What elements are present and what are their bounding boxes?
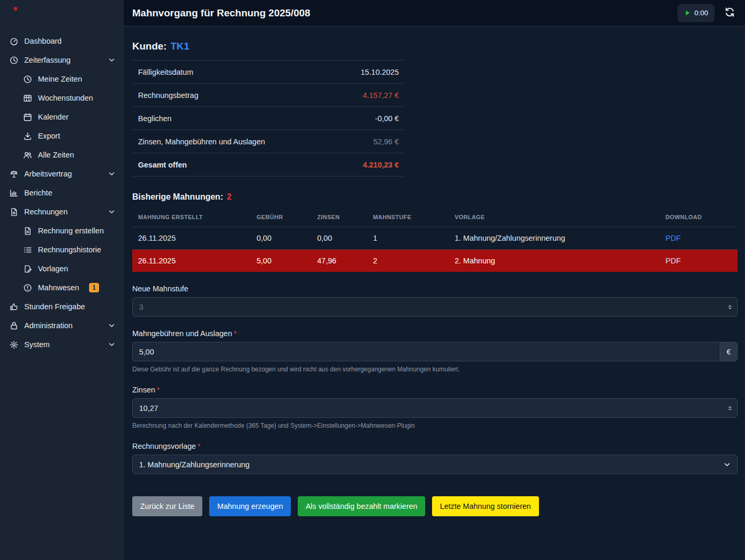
customer-label: Kunde:	[132, 41, 166, 52]
sidebar-item-meine-zeiten[interactable]: Meine Zeiten	[0, 70, 124, 89]
detail-row: Rechnungsbetrag 4.157,27 €	[132, 84, 404, 107]
detail-value: -0,00 €	[375, 114, 399, 123]
topbar-controls: 0:00	[678, 4, 737, 22]
table-header-row: MAHNUNG ERSTELLT GEBÜHR ZINSEN MAHNSTUFE…	[132, 209, 738, 227]
detail-label: Beglichen	[138, 114, 172, 123]
sidebar-item-label: Arbeitsvertrag	[24, 170, 72, 178]
col-header-zinsen: ZINSEN	[311, 209, 367, 227]
detail-value: 4.210,23 €	[362, 161, 399, 169]
col-header-erstellt: MAHNUNG ERSTELLT	[132, 209, 251, 227]
sidebar-item-arbeitsvertrag[interactable]: Arbeitsvertrag	[0, 164, 124, 183]
required-marker: *	[157, 386, 160, 394]
cell-mahnstufe: 2	[367, 250, 449, 272]
sidebar-item-label: Rechnungen	[24, 208, 67, 216]
vorlage-label: Rechnungsvorlage*	[132, 442, 738, 450]
refresh-icon	[724, 7, 735, 19]
detail-row: Beglichen -0,00 €	[132, 107, 404, 130]
pdf-download-link[interactable]: PDF	[665, 257, 681, 265]
action-buttons: Zurück zur Liste Mahnung erzeugen Als vo…	[132, 496, 738, 516]
zinsen-label-text: Zinsen	[132, 386, 155, 394]
col-header-mahnstufe: MAHNSTUFE	[367, 209, 449, 227]
zinsen-label: Zinsen*	[132, 386, 738, 394]
mahnstufe-input[interactable]	[132, 297, 738, 317]
back-to-list-button[interactable]: Zurück zur Liste	[132, 496, 202, 516]
detail-label: Fälligkeitsdatum	[138, 68, 193, 76]
sidebar-item-label: System	[24, 340, 50, 349]
sidebar-item-rechnung-erstellen[interactable]: Rechnung erstellen	[0, 221, 124, 240]
cell-download: PDF	[660, 250, 738, 272]
sidebar-item-label: Kalender	[38, 113, 68, 121]
sidebar-item-kalender[interactable]: Kalender	[0, 107, 124, 126]
gebuehren-label-text: Mahngebühren und Auslagen	[132, 329, 232, 338]
detail-label: Rechnungsbetrag	[138, 91, 198, 100]
file-pen-icon	[23, 264, 32, 273]
scale-icon	[9, 170, 18, 179]
cell-vorlage: 1. Mahnung/Zahlungserinnerung	[449, 227, 660, 250]
mahnungen-heading: Bisherige Mahnungen:2	[132, 192, 738, 202]
thumbs-up-icon	[9, 302, 18, 311]
gebuehren-help-text: Diese Gebühr ist auf die ganze Rechnung …	[132, 366, 738, 373]
cell-vorlage: 2. Mahnung	[449, 250, 660, 272]
required-marker: *	[233, 329, 237, 338]
sidebar-item-wochenstunden[interactable]: Wochenstunden	[0, 89, 124, 107]
sidebar-item-label: Stunden Freigabe	[24, 302, 85, 311]
cell-zinsen: 0,00	[311, 227, 367, 250]
cancel-last-mahnung-button[interactable]: Letzte Mahnung stornieren	[432, 496, 539, 516]
chart-icon	[9, 189, 18, 198]
detail-label: Gesamt offen	[138, 161, 187, 169]
main-area: Mahnvorgang für Rechnung 2025/008 0:00 K…	[124, 0, 745, 560]
chevron-down-icon	[108, 208, 115, 215]
detail-row: Zinsen, Mahngebühren und Auslagen 52,96 …	[132, 130, 404, 153]
mark-paid-button[interactable]: Als vollständig bezahlt markieren	[298, 496, 425, 516]
create-mahnung-button[interactable]: Mahnung erzeugen	[209, 496, 291, 516]
refresh-button[interactable]	[723, 6, 737, 20]
cell-mahnstufe: 1	[367, 227, 449, 250]
cell-download: PDF	[660, 227, 738, 250]
zinsen-input[interactable]	[132, 398, 738, 418]
sidebar-item-label: Rechnungshistorie	[38, 245, 101, 254]
app-root: Dashboard Zeiterfassung Meine Zeiten Woc…	[0, 0, 745, 560]
gear-icon	[9, 340, 18, 349]
chevron-down-icon	[108, 56, 115, 64]
customer-link[interactable]: TK1	[170, 41, 189, 52]
sidebar-item-administration[interactable]: Administration	[0, 316, 124, 335]
chevron-down-icon	[108, 341, 115, 348]
sidebar-item-zeiterfassung[interactable]: Zeiterfassung	[0, 51, 124, 70]
detail-value: 4.157,27 €	[362, 91, 399, 100]
mahnungen-table: MAHNUNG ERSTELLT GEBÜHR ZINSEN MAHNSTUFE…	[132, 209, 738, 272]
logo-dot	[14, 7, 17, 11]
sidebar-item-label: Berichte	[24, 189, 52, 197]
zinsen-help-text: Berechnung nach der Kalendermethode (365…	[132, 422, 738, 429]
sidebar-item-label: Export	[38, 132, 60, 140]
sidebar-item-stunden-freigabe[interactable]: Stunden Freigabe	[0, 297, 124, 316]
pdf-download-link[interactable]: PDF	[665, 234, 681, 242]
zinsen-field	[132, 398, 738, 418]
chevron-down-icon	[723, 461, 731, 468]
currency-addon: €	[720, 342, 738, 361]
invoice-icon	[9, 208, 18, 217]
page-title: Mahnvorgang für Rechnung 2025/008	[132, 7, 310, 19]
sidebar-item-rechnungen[interactable]: Rechnungen	[0, 202, 124, 221]
vorlage-label-text: Rechnungsvorlage	[132, 442, 196, 450]
lock-icon	[9, 321, 18, 330]
sidebar-item-alle-zeiten[interactable]: Alle Zeiten	[0, 145, 124, 164]
sidebar-item-label: Mahnwesen	[38, 283, 79, 292]
rechnungsvorlage-select[interactable]: 1. Mahnung/Zahlungserinnerung	[132, 455, 738, 474]
sidebar-item-berichte[interactable]: Berichte	[0, 183, 124, 202]
gebuehren-input[interactable]	[132, 342, 720, 361]
mahnstufe-label: Neue Mahnstufe	[132, 284, 738, 293]
timer-button[interactable]: 0:00	[678, 4, 714, 22]
sidebar-item-system[interactable]: System	[0, 335, 124, 354]
sidebar-item-label: Zeiterfassung	[24, 56, 71, 64]
topbar: Mahnvorgang für Rechnung 2025/008 0:00	[124, 0, 745, 26]
sidebar-item-mahnwesen[interactable]: Mahnwesen 1	[0, 278, 124, 297]
sidebar-item-rechnungshistorie[interactable]: Rechnungshistorie	[0, 240, 124, 259]
sidebar-item-label: Rechnung erstellen	[38, 227, 104, 235]
alert-circle-icon	[23, 283, 32, 292]
detail-label: Zinsen, Mahngebühren und Auslagen	[138, 137, 265, 146]
gebuehren-label: Mahngebühren und Auslagen*	[132, 329, 738, 338]
sidebar-item-dashboard[interactable]: Dashboard	[0, 32, 124, 51]
sidebar-item-export[interactable]: Export	[0, 126, 124, 145]
detail-value: 15.10.2025	[360, 68, 399, 76]
sidebar-item-vorlagen[interactable]: Vorlagen	[0, 259, 124, 278]
